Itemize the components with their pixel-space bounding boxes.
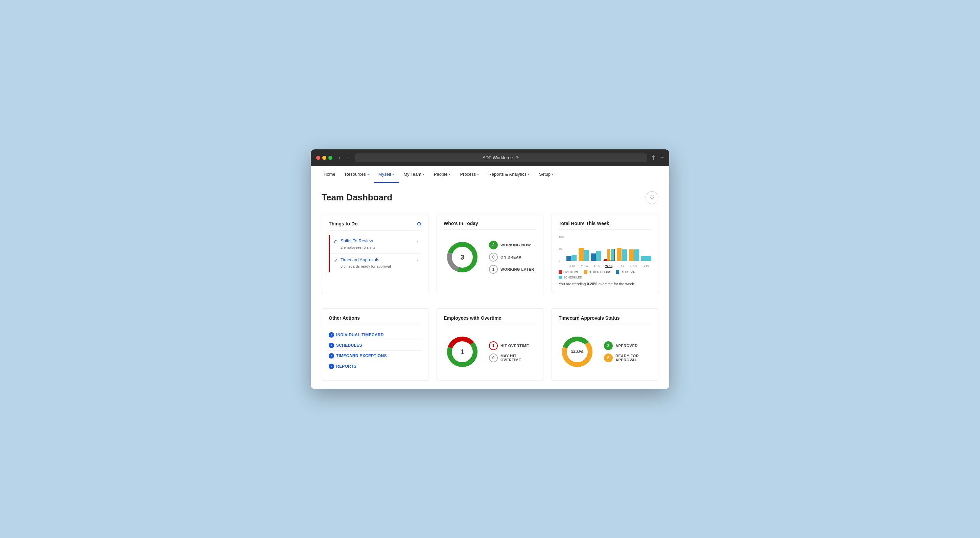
nav-reports[interactable]: Reports & Analytics ▾: [484, 166, 534, 183]
chart-x-labels: S-13 M-14 T-15 W-16 T-17 F-18 S-19: [566, 264, 651, 268]
hit-overtime-badge: 1: [489, 341, 498, 350]
bar-other-t17: [617, 248, 622, 261]
overtime-label: OVERTIME: [563, 270, 579, 274]
main-content: Team Dashboard ♡ Things to Do ⚙: [311, 183, 669, 389]
whos-in-donut-container: 3 3 WORKING NOW 0: [444, 235, 536, 279]
schedules-link[interactable]: › SCHEDULES: [329, 343, 422, 348]
other-hours-label: OTHER HOURS: [589, 270, 611, 274]
dashboard-grid-top: Things to Do ⚙ ⊙ Shifts To Review 2 empl…: [321, 214, 659, 293]
favorite-button[interactable]: ♡: [646, 191, 659, 204]
resources-chevron: ▾: [367, 172, 369, 176]
legend-working-now: 3 WORKING NOW: [489, 241, 534, 249]
address-bar[interactable]: ADP Workforce ⟳: [355, 154, 647, 162]
overtime-legend: 1 HIT OVERTIME 0 MAY HIT OVERTIME: [489, 341, 536, 362]
x-label-f18: F-18: [628, 264, 639, 268]
other-hours-dot: [584, 270, 587, 274]
other-actions-title: Other Actions: [329, 315, 422, 324]
settings-icon[interactable]: ⚙: [417, 221, 422, 227]
traffic-lights: [316, 156, 332, 160]
bar-group-t15: [591, 251, 601, 261]
approved-badge: 3: [604, 341, 613, 350]
things-to-do-widget: Things to Do ⚙ ⊙ Shifts To Review 2 empl…: [321, 214, 428, 293]
bar-other-m14: [579, 248, 584, 261]
timecard-exceptions-link[interactable]: › TIMECARD EXCEPTIONS: [329, 353, 422, 359]
x-label-t15: T-15: [591, 264, 602, 268]
timecard-icon: ✓: [334, 258, 338, 263]
chart-y-labels: 100 50 0: [558, 235, 564, 262]
whos-in-donut-chart: 3: [444, 239, 481, 276]
bar-group-t17: [617, 248, 627, 261]
nav-process[interactable]: Process ▾: [455, 166, 484, 183]
bar-group-s13: [566, 255, 577, 261]
forward-button[interactable]: ›: [345, 154, 351, 162]
total-hours-title: Total Hours This Week: [558, 221, 651, 230]
nav-myself[interactable]: Myself ▾: [374, 166, 399, 183]
ready-approval-badge: 6: [604, 354, 613, 362]
myself-chevron: ▾: [392, 172, 394, 176]
legend-other-hours: OTHER HOURS: [584, 270, 611, 274]
other-actions-list: › INDIVIDUAL TIMECARD › SCHEDULES: [329, 330, 422, 371]
list-item-reports: › REPORTS: [329, 361, 422, 371]
x-label-t17: T-17: [616, 264, 627, 268]
bar-group-w16: [603, 249, 614, 261]
x-label-s19: S-19: [641, 264, 651, 268]
working-now-label: WORKING NOW: [501, 243, 531, 247]
hit-overtime-label: HIT OVERTIME: [501, 344, 529, 348]
page-header: Team Dashboard ♡: [321, 191, 659, 204]
nav-home[interactable]: Home: [319, 166, 340, 183]
x-label-w16: W-16: [603, 264, 614, 268]
new-tab-button[interactable]: +: [660, 154, 664, 162]
schedules-icon: ›: [329, 343, 334, 348]
overtime-donut-chart: 1: [444, 333, 481, 370]
timecard-sub-label: 6 timecards ready for approval: [340, 264, 391, 268]
employees-overtime-title: Employees with Overtime: [444, 315, 536, 324]
may-hit-overtime-label: MAY HIT OVERTIME: [501, 354, 536, 362]
approvals-donut-container: 33.33% 3 APPROVED 6: [558, 330, 651, 374]
dashboard-grid-bottom: Other Actions › INDIVIDUAL TIMECARD › SC…: [321, 308, 659, 381]
total-hours-widget: Total Hours This Week 100 50 0: [552, 214, 659, 293]
close-button[interactable]: [316, 156, 320, 160]
regular-label: REGULAR: [620, 270, 635, 274]
x-label-s13: S-13: [566, 264, 577, 268]
overtime-dot: [558, 270, 562, 274]
people-chevron: ▾: [449, 172, 450, 176]
bar-scheduled-t15: [596, 251, 601, 261]
maximize-button[interactable]: [328, 156, 332, 160]
bar-group-m14: [579, 248, 589, 261]
app-content: Home Resources ▾ Myself ▾ My Team ▾ Peop…: [311, 166, 669, 389]
minimize-button[interactable]: [322, 156, 326, 160]
heart-icon: ♡: [650, 194, 654, 201]
back-button[interactable]: ‹: [336, 154, 342, 162]
whos-in-center-number: 3: [460, 253, 464, 261]
legend-approved: 3 APPROVED: [604, 341, 651, 350]
bar-scheduled-w16: [611, 249, 614, 260]
other-actions-widget: Other Actions › INDIVIDUAL TIMECARD › SC…: [321, 308, 428, 381]
todo-item-timecard: ✓ Timecard Approvals 6 timecards ready f…: [330, 254, 422, 272]
approvals-center-label: 33.33%: [571, 350, 583, 354]
timecard-approvals-widget: Timecard Approvals Status 33.33%: [552, 308, 659, 381]
browser-window: ‹ › ADP Workforce ⟳ ⬆ + Home Resources ▾…: [311, 149, 669, 389]
setup-chevron: ▾: [552, 172, 554, 176]
bar-chart: [566, 235, 651, 262]
whos-in-legend: 3 WORKING NOW 0 ON BREAK: [489, 241, 534, 274]
browser-actions: ⬆ +: [651, 154, 664, 162]
working-later-label: WORKING LATER: [501, 267, 534, 271]
reload-icon[interactable]: ⟳: [515, 155, 519, 160]
nav-resources[interactable]: Resources ▾: [340, 166, 374, 183]
whos-in-today-widget: Who's In Today 3: [437, 214, 543, 293]
nav-setup[interactable]: Setup ▾: [534, 166, 558, 183]
reports-link[interactable]: › REPORTS: [329, 363, 422, 369]
list-item-individual-timecard: › INDIVIDUAL TIMECARD: [329, 330, 422, 340]
legend-on-break: 0 ON BREAK: [489, 253, 534, 262]
shifts-review-link[interactable]: Shifts To Review: [340, 238, 375, 243]
share-button[interactable]: ⬆: [651, 154, 656, 162]
things-to-do-header: Things to Do ⚙: [329, 221, 422, 231]
timecard-approvals-link[interactable]: Timecard Approvals: [340, 257, 391, 262]
whos-in-title: Who's In Today: [444, 221, 536, 230]
legend-ready-for-approval: 6 READY FOR APPROVAL: [604, 354, 651, 362]
my-team-chevron: ▾: [423, 172, 425, 176]
nav-my-team[interactable]: My Team ▾: [399, 166, 429, 183]
timecard-exceptions-icon: ›: [329, 353, 334, 359]
nav-people[interactable]: People ▾: [429, 166, 455, 183]
individual-timecard-link[interactable]: › INDIVIDUAL TIMECARD: [329, 332, 422, 338]
